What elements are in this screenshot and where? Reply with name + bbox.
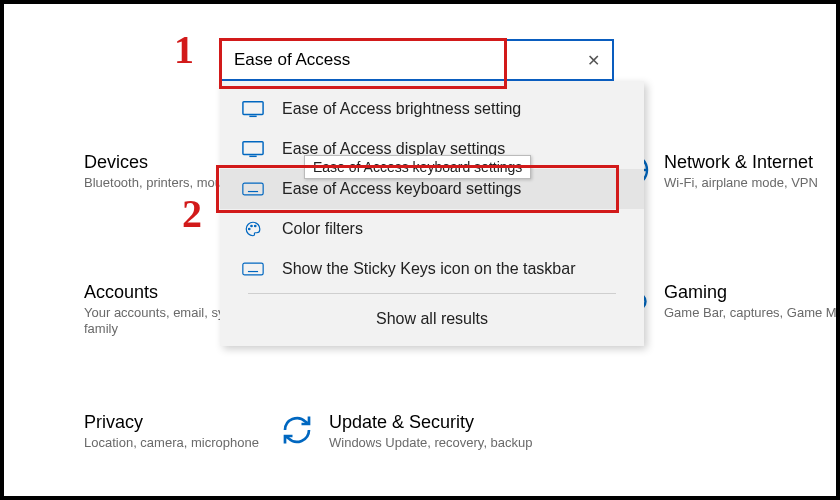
- category-subtitle: Windows Update, recovery, backup: [329, 435, 533, 451]
- settings-search-box[interactable]: ✕: [220, 39, 614, 81]
- keyboard-icon: [242, 260, 264, 278]
- annotation-number-2: 2: [182, 190, 202, 237]
- category-subtitle: Bluetooth, printers, mouse: [84, 175, 236, 191]
- svg-rect-8: [243, 102, 263, 115]
- annotation-number-1: 1: [174, 26, 194, 73]
- devices-icon: [34, 152, 70, 188]
- search-result-colorfilters[interactable]: Color filters: [220, 209, 644, 249]
- category-title: Update & Security: [329, 412, 533, 433]
- category-privacy[interactable]: Privacy Location, camera, microphone: [34, 412, 284, 451]
- search-result-stickykeys[interactable]: Show the Sticky Keys icon on the taskbar: [220, 249, 644, 289]
- category-subtitle: Wi-Fi, airplane mode, VPN: [664, 175, 818, 191]
- sync-icon: [279, 412, 315, 448]
- search-result-label: Ease of Access brightness setting: [282, 100, 521, 118]
- svg-rect-12: [243, 183, 263, 195]
- category-title: Network & Internet: [664, 152, 818, 173]
- category-subtitle: Location, camera, microphone: [84, 435, 259, 451]
- category-network[interactable]: Network & Internet Wi-Fi, airplane mode,…: [614, 152, 840, 191]
- search-result-display[interactable]: Ease of Access display settings Ease of …: [220, 129, 644, 169]
- lock-icon: [34, 412, 70, 448]
- category-gaming[interactable]: Gaming Game Bar, captures, Game Mode: [614, 282, 840, 321]
- accounts-icon: [34, 282, 70, 318]
- search-input[interactable]: [222, 50, 574, 70]
- show-all-results-button[interactable]: Show all results: [220, 294, 644, 346]
- monitor-icon: [242, 100, 264, 118]
- svg-rect-10: [243, 142, 263, 155]
- monitor-icon: [242, 140, 264, 158]
- category-title: Devices: [84, 152, 236, 173]
- search-result-label: Ease of Access keyboard settings: [282, 180, 521, 198]
- svg-point-20: [251, 225, 253, 227]
- keyboard-icon: [242, 180, 264, 198]
- category-title: Gaming: [664, 282, 840, 303]
- palette-icon: [242, 220, 264, 238]
- search-suggestions-panel: Ease of Access brightness setting Ease o…: [220, 81, 644, 346]
- category-subtitle: Game Bar, captures, Game Mode: [664, 305, 840, 321]
- category-title: Privacy: [84, 412, 259, 433]
- svg-point-21: [255, 225, 257, 227]
- category-update[interactable]: Update & Security Windows Update, recove…: [279, 412, 579, 451]
- svg-rect-22: [243, 263, 263, 275]
- search-result-label: Color filters: [282, 220, 363, 238]
- search-result-label: Show the Sticky Keys icon on the taskbar: [282, 260, 575, 278]
- clear-search-button[interactable]: ✕: [574, 41, 612, 79]
- search-result-brightness[interactable]: Ease of Access brightness setting: [220, 89, 644, 129]
- search-result-tooltip: Ease of Access keyboard settings: [304, 155, 531, 179]
- svg-point-19: [249, 228, 251, 230]
